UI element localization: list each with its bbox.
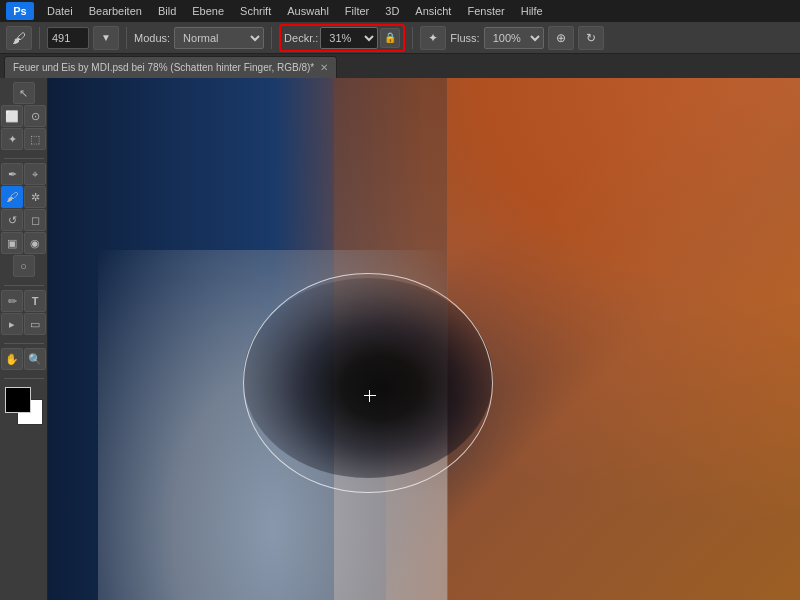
history-brush-tool[interactable]: ↺ xyxy=(1,209,23,231)
toolbar-separator-2 xyxy=(126,27,127,49)
zoom-tool[interactable]: 🔍 xyxy=(24,348,46,370)
deckr-select[interactable]: 31% xyxy=(320,27,378,49)
menu-bar: Ps Datei Bearbeiten Bild Ebene Schrift A… xyxy=(0,0,800,22)
menu-ebene[interactable]: Ebene xyxy=(185,3,231,19)
clone-stamp-tool[interactable]: ✲ xyxy=(24,186,46,208)
menu-datei[interactable]: Datei xyxy=(40,3,80,19)
menu-bild[interactable]: Bild xyxy=(151,3,183,19)
foreground-color-box[interactable] xyxy=(5,387,31,413)
eyedropper-tool[interactable]: ✒ xyxy=(1,163,23,185)
crop-tool[interactable]: ⬚ xyxy=(24,128,46,150)
menu-bearbeiten[interactable]: Bearbeiten xyxy=(82,3,149,19)
tool-group-selection: ↖ ⬜ ⊙ ✦ ⬚ xyxy=(1,82,46,150)
toolbox-divider-3 xyxy=(4,343,44,344)
brush-tool-icon[interactable]: 🖌 xyxy=(6,26,32,50)
shape-tool[interactable]: ▭ xyxy=(24,313,46,335)
path-select-tool[interactable]: ▸ xyxy=(1,313,23,335)
canvas-rotate-btn[interactable]: ↻ xyxy=(578,26,604,50)
fluss-label: Fluss: xyxy=(450,32,479,44)
canvas-area[interactable] xyxy=(48,78,800,600)
menu-schrift[interactable]: Schrift xyxy=(233,3,278,19)
toolbar-separator-1 xyxy=(39,27,40,49)
toolbox: ↖ ⬜ ⊙ ✦ ⬚ ✒ ⌖ 🖌 ✲ ↺ ◻ xyxy=(0,78,48,600)
brush-tool[interactable]: 🖌 xyxy=(1,186,23,208)
fluss-select[interactable]: 100% xyxy=(484,27,544,49)
color-picker[interactable] xyxy=(5,387,43,425)
type-tool[interactable]: T xyxy=(24,290,46,312)
tool-group-retouch: ✒ ⌖ 🖌 ✲ ↺ ◻ ▣ ◉ ○ xyxy=(1,163,46,277)
tablet-pressure-btn[interactable]: ⊕ xyxy=(548,26,574,50)
brush-stroke xyxy=(243,278,493,478)
toolbar: 🖌 ▼ Modus: Normal Deckr.: 31% 🔒 ✦ Fluss:… xyxy=(0,22,800,54)
ps-logo: Ps xyxy=(6,2,34,20)
canvas-tab-title: Feuer und Eis by MDI.psd bei 78% (Schatt… xyxy=(13,62,314,73)
tool-group-nav: ✋ 🔍 xyxy=(1,348,46,370)
toolbox-divider-4 xyxy=(4,378,44,379)
toolbar-separator-3 xyxy=(271,27,272,49)
tool-group-vector: ✏ T ▸ ▭ xyxy=(1,290,46,335)
deckr-label: Deckr.: xyxy=(284,32,318,44)
brush-settings-btn[interactable]: ▼ xyxy=(93,26,119,50)
menu-auswahl[interactable]: Auswahl xyxy=(280,3,336,19)
hand-tool[interactable]: ✋ xyxy=(1,348,23,370)
gradient-tool[interactable]: ▣ xyxy=(1,232,23,254)
menu-3d[interactable]: 3D xyxy=(378,3,406,19)
eraser-tool[interactable]: ◻ xyxy=(24,209,46,231)
blur-tool[interactable]: ◉ xyxy=(24,232,46,254)
modus-select[interactable]: Normal xyxy=(174,27,264,49)
dodge-tool[interactable]: ○ xyxy=(13,255,35,277)
menu-hilfe[interactable]: Hilfe xyxy=(514,3,550,19)
toolbox-divider-2 xyxy=(4,285,44,286)
canvas-tab[interactable]: Feuer und Eis by MDI.psd bei 78% (Schatt… xyxy=(4,56,337,78)
tab-bar: Feuer und Eis by MDI.psd bei 78% (Schatt… xyxy=(0,54,800,78)
quick-select-tool[interactable]: ✦ xyxy=(1,128,23,150)
lasso-tool[interactable]: ⊙ xyxy=(24,105,46,127)
spot-heal-tool[interactable]: ⌖ xyxy=(24,163,46,185)
close-tab-btn[interactable]: ✕ xyxy=(320,62,328,73)
rect-marquee-tool[interactable]: ⬜ xyxy=(1,105,23,127)
brush-size-input[interactable] xyxy=(47,27,89,49)
menu-ansicht[interactable]: Ansicht xyxy=(408,3,458,19)
deckr-highlight-box: Deckr.: 31% 🔒 xyxy=(279,24,405,52)
deckr-lock-btn[interactable]: 🔒 xyxy=(380,28,400,48)
toolbox-divider-1 xyxy=(4,158,44,159)
toolbar-separator-4 xyxy=(412,27,413,49)
move-tool[interactable]: ↖ xyxy=(13,82,35,104)
airbrush-btn[interactable]: ✦ xyxy=(420,26,446,50)
main-area: ↖ ⬜ ⊙ ✦ ⬚ ✒ ⌖ 🖌 ✲ ↺ ◻ xyxy=(0,78,800,600)
pen-tool[interactable]: ✏ xyxy=(1,290,23,312)
modus-label: Modus: xyxy=(134,32,170,44)
menu-fenster[interactable]: Fenster xyxy=(460,3,511,19)
canvas-content xyxy=(48,78,800,600)
menu-filter[interactable]: Filter xyxy=(338,3,376,19)
